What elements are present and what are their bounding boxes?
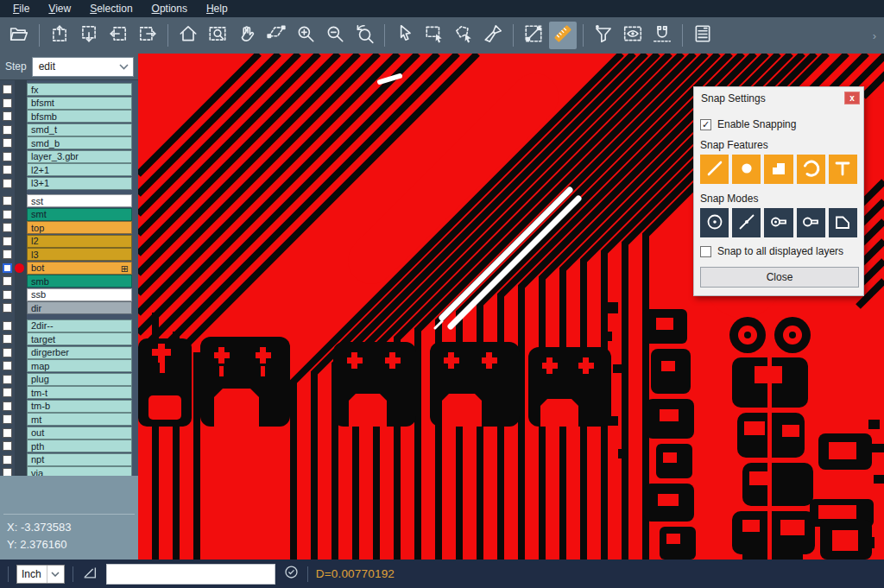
layer-visibility-checkbox[interactable]: [3, 361, 12, 370]
zoom-out-button[interactable]: [321, 22, 349, 49]
pcb-canvas[interactable]: Snap Settings x ✓ Enable Snapping Snap F…: [138, 54, 884, 560]
pan-right-button[interactable]: [134, 22, 161, 49]
layer-visibility-checkbox[interactable]: [3, 428, 12, 438]
clear-brush-button[interactable]: [479, 22, 507, 49]
layer-visibility-checkbox[interactable]: [3, 321, 12, 331]
layer-visibility-checkbox[interactable]: [3, 388, 12, 397]
filter-button[interactable]: [590, 22, 617, 49]
layer-visibility-checkbox[interactable]: [3, 263, 12, 273]
measure-ruler-button[interactable]: [549, 22, 577, 49]
snap-contour-button[interactable]: [829, 208, 857, 237]
layer-row-tm-b[interactable]: tm-b: [0, 400, 138, 414]
layer-visibility-checkbox[interactable]: [3, 334, 12, 344]
layer-visibility-checkbox[interactable]: [3, 414, 12, 424]
layer-visibility-checkbox[interactable]: [3, 237, 12, 246]
layer-visibility-checkbox[interactable]: [3, 303, 12, 313]
layer-row-tm-t[interactable]: tm-t: [0, 386, 138, 400]
menu-selection[interactable]: Selection: [80, 1, 142, 17]
layer-visibility-checkbox[interactable]: [3, 276, 12, 286]
layer-row-2dir--[interactable]: 2dir--: [0, 319, 138, 333]
menu-help[interactable]: Help: [197, 1, 237, 17]
all-layers-checkbox[interactable]: [700, 246, 711, 257]
layer-row-l2+1[interactable]: l2+1: [0, 163, 138, 177]
snap-text-button[interactable]: [829, 155, 857, 184]
layer-row-pth[interactable]: pth: [0, 439, 138, 453]
menu-file[interactable]: File: [3, 1, 39, 17]
report-button[interactable]: [689, 22, 717, 49]
select-rect-button[interactable]: [420, 22, 448, 49]
command-input[interactable]: [106, 564, 275, 585]
layer-row-smb[interactable]: smb: [0, 275, 138, 288]
folder-open-button[interactable]: [5, 22, 33, 49]
zoom-window-button[interactable]: [204, 22, 231, 49]
layer-row-top[interactable]: top: [0, 221, 138, 235]
snap-line-button[interactable]: [700, 155, 729, 184]
layer-visibility-checkbox[interactable]: [3, 152, 12, 161]
snap-center-button[interactable]: [700, 208, 729, 237]
layer-visibility-checkbox[interactable]: [3, 455, 12, 465]
layer-visibility-checkbox[interactable]: [3, 98, 12, 108]
layer-visibility-checkbox[interactable]: [3, 250, 12, 259]
layer-visibility-checkbox[interactable]: [3, 468, 12, 476]
layer-visibility-checkbox[interactable]: [3, 165, 12, 174]
layer-row-sst[interactable]: sst: [0, 194, 138, 208]
layer-row-l2[interactable]: l2: [0, 235, 138, 249]
layer-row-smd_t[interactable]: smd_t: [0, 123, 138, 137]
layer-visibility-checkbox[interactable]: [3, 401, 12, 411]
layer-visibility-checkbox[interactable]: [3, 111, 12, 121]
layer-visibility-checkbox[interactable]: [3, 85, 12, 94]
menu-view[interactable]: View: [39, 1, 80, 17]
layer-row-out[interactable]: out: [0, 427, 138, 440]
close-button[interactable]: Close: [700, 267, 859, 288]
layer-visibility-checkbox[interactable]: [3, 138, 12, 148]
snap-pad-button[interactable]: [732, 155, 761, 184]
layer-row-layer_3.gbr[interactable]: layer_3.gbr: [0, 150, 138, 164]
pan-down-button[interactable]: [75, 22, 103, 49]
layer-row-ssb[interactable]: ssb: [0, 288, 138, 302]
layer-row-via[interactable]: via: [0, 466, 138, 476]
layer-row-l3[interactable]: l3: [0, 248, 138, 262]
pan-up-button[interactable]: [46, 22, 73, 49]
layer-visibility-checkbox[interactable]: [3, 196, 12, 205]
snap-arc-button[interactable]: [797, 155, 825, 184]
layer-row-dir[interactable]: dir: [0, 301, 138, 315]
layer-row-dirgerber[interactable]: dirgerber: [0, 346, 138, 360]
layer-row-npt[interactable]: npt: [0, 453, 138, 467]
snap-settings-button[interactable]: [648, 22, 676, 49]
grid-icon[interactable]: ⊞: [121, 264, 129, 273]
toolbar-overflow-chevron-icon[interactable]: ›: [873, 29, 880, 42]
snap-pad-out-button[interactable]: [797, 208, 825, 237]
layer-visibility-checkbox[interactable]: [3, 125, 12, 135]
select-poly-button[interactable]: [450, 22, 477, 49]
dialog-close-icon[interactable]: x: [844, 92, 860, 104]
layer-row-map[interactable]: map: [0, 359, 138, 373]
layer-row-target[interactable]: target: [0, 332, 138, 346]
layer-visibility-checkbox[interactable]: [3, 223, 12, 232]
layer-visibility-checkbox[interactable]: [3, 348, 12, 357]
zoom-previous-button[interactable]: [350, 22, 378, 49]
layer-row-l3+1[interactable]: l3+1: [0, 177, 138, 191]
layer-visibility-checkbox[interactable]: [3, 179, 12, 188]
home-button[interactable]: [174, 22, 202, 49]
layer-visibility-checkbox[interactable]: [3, 375, 12, 384]
enable-snapping-checkbox[interactable]: ✓: [700, 119, 711, 130]
zoom-in-button[interactable]: [292, 22, 319, 49]
layer-row-bfsmt[interactable]: bfsmt: [0, 97, 138, 111]
layer-visibility-checkbox[interactable]: [3, 210, 12, 219]
layer-row-smt[interactable]: smt: [0, 208, 138, 222]
layer-row-bfsmb[interactable]: bfsmb: [0, 110, 138, 123]
snap-pad-in-button[interactable]: [764, 208, 792, 237]
layer-visibility-checkbox[interactable]: [3, 290, 12, 300]
unit-select[interactable]: Inch: [16, 565, 65, 584]
snap-midline-button[interactable]: [732, 208, 761, 237]
view-options-button[interactable]: [619, 22, 647, 49]
layer-row-fx[interactable]: fx: [0, 83, 138, 97]
measure-line-button[interactable]: [520, 22, 547, 49]
menu-options[interactable]: Options: [142, 1, 197, 17]
step-select[interactable]: edit: [32, 57, 134, 77]
select-pointer-button[interactable]: [391, 22, 419, 49]
snap-surface-button[interactable]: [764, 155, 792, 184]
layer-row-mt[interactable]: mt: [0, 413, 138, 427]
layer-row-plug[interactable]: plug: [0, 373, 138, 387]
layer-visibility-checkbox[interactable]: [3, 441, 12, 451]
